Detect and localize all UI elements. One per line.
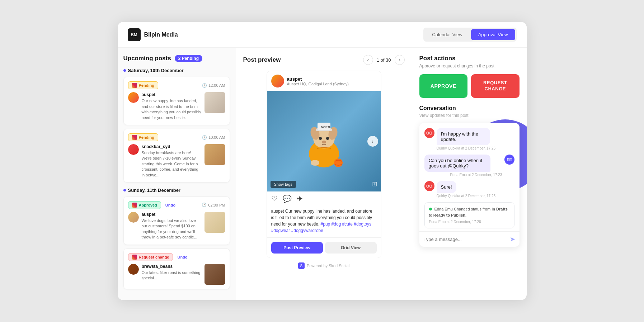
clock-icon: 🕑 [202, 203, 207, 207]
chat-meta: Quirky Quokka at 2 December, 17:25 [437, 194, 496, 198]
dog-illustration: NORTH [299, 113, 349, 170]
prev-page-button[interactable]: ‹ [363, 55, 373, 65]
post-actions-row: ♡ 💬 ✈ [267, 191, 381, 206]
powered-by: S Powered by Sked Social [243, 262, 405, 269]
date-dot [123, 189, 126, 191]
chat-bubble: Sure! [437, 181, 456, 193]
post-thumbnail [205, 92, 225, 113]
svg-point-10 [311, 160, 319, 166]
post-avatar [128, 144, 139, 155]
svg-point-11 [334, 158, 343, 167]
post-avatar [128, 264, 139, 275]
preview-title: Post preview [243, 56, 281, 63]
view-toggle: Calendar View Approval View [423, 28, 516, 42]
action-buttons: APPROVE REQUEST CHANGE [419, 74, 520, 98]
preview-username: auspet [287, 76, 349, 82]
message-content: Can you be online when it goes out @Quir… [424, 155, 502, 177]
next-page-button[interactable]: › [395, 55, 405, 65]
comment-icon[interactable]: 💬 [283, 194, 292, 203]
status-tag-pending: Pending [128, 81, 158, 89]
send-icon[interactable]: ➤ [510, 235, 515, 243]
clock-icon: 🕙 [202, 135, 207, 140]
chat-message: QQ I'm happy with the update. Quirky Quo… [424, 128, 514, 150]
conversation-title: Conversation [419, 105, 520, 112]
post-text: Our new puppy line has landed, and our s… [142, 98, 202, 120]
tab-grid-view[interactable]: Grid View [325, 242, 377, 254]
request-change-button[interactable]: REQUEST CHANGE [471, 74, 520, 98]
actions-subtitle: Approve or request changes in the post. [419, 63, 520, 68]
post-card[interactable]: Pending 🕙 10:00 AM snackbar_syd Sunday b… [123, 129, 230, 183]
svg-point-7 [319, 137, 322, 140]
brand-name: Bilpin Media [144, 32, 178, 38]
preview-tabs: Post Preview Grid View [267, 237, 381, 258]
preview-image-wrap: NORTH [267, 91, 381, 191]
message-with-avatar: QQ Sure! Quirky Quokka at 2 December, 17… [424, 181, 514, 198]
post-avatar [128, 212, 139, 223]
post-thumbnail [205, 212, 225, 233]
panel-title: Upcoming posts [123, 55, 171, 62]
status-tag-approved: Approved [128, 201, 161, 209]
like-icon[interactable]: ♡ [271, 194, 278, 203]
preview-header: Post preview ‹ 1 of 30 › [243, 55, 405, 65]
actions-title: Post actions [419, 55, 520, 62]
post-username: auspet [142, 212, 202, 217]
preview-image-bg: NORTH [267, 91, 381, 191]
show-tags-button[interactable]: Show tags [271, 181, 296, 188]
conversation-subtitle: View updates for this post. [419, 113, 520, 118]
pagination: ‹ 1 of 30 › [363, 55, 405, 65]
status-to-label: to [429, 213, 433, 217]
post-content: auspet Our new puppy line has landed, an… [142, 92, 202, 120]
grid-icon: ⊞ [372, 180, 377, 188]
post-text: We love dogs, but we also love our custo… [142, 218, 202, 240]
tab-post-preview[interactable]: Post Preview [271, 242, 323, 254]
approval-view-button[interactable]: Approval View [471, 29, 515, 40]
status-dot [429, 208, 432, 210]
chat-input[interactable] [424, 237, 507, 242]
post-card-body: auspet We love dogs, but we also love ou… [128, 212, 225, 240]
post-card[interactable]: Request change Undo brewsta_beans Our la… [123, 248, 230, 289]
header: BM Bilpin Media Calendar View Approval V… [118, 22, 527, 48]
undo-button[interactable]: Undo [165, 203, 175, 207]
message-with-avatar: QQ I'm happy with the update. Quirky Quo… [424, 128, 514, 150]
post-card[interactable]: Approved Undo 🕑 02:00 PM auspet [123, 196, 230, 245]
chat-messages: QQ I'm happy with the update. Quirky Quo… [419, 123, 520, 228]
post-text: Our latest filter roast is something spe… [142, 270, 202, 281]
instagram-icon [132, 135, 137, 140]
post-card[interactable]: Pending 🕛 12:00 AM auspet Our new puppy … [123, 77, 230, 125]
message-content: I'm happy with the update. Quirky Quokka… [437, 128, 499, 150]
chat-message: QQ Sure! Quirky Quokka at 2 December, 17… [424, 181, 514, 198]
status-change-message: Edna Emu Changed status from In Drafts t… [424, 202, 514, 228]
avatar-qq: QQ [424, 181, 434, 191]
post-caption: auspet Our new puppy line has landed, an… [267, 206, 381, 237]
preview-location: Auspet HQ, Gadigal Land (Sydney) [287, 82, 349, 86]
post-content: snackbar_syd Sunday breakfasts are here!… [142, 144, 202, 178]
share-icon[interactable]: ✈ [297, 194, 303, 203]
calendar-view-button[interactable]: Calendar View [425, 29, 469, 40]
post-thumbnail [205, 264, 225, 285]
date-section-sunday: Sunday, 11th December [123, 188, 230, 193]
next-image-button[interactable]: › [367, 136, 378, 147]
chat-bubble: I'm happy with the update. [437, 128, 490, 145]
preview-avatar [271, 75, 284, 87]
message-content: Sure! Quirky Quokka at 2 December, 17:25 [437, 181, 496, 198]
svg-point-8 [326, 137, 329, 140]
page-current: 1 [377, 57, 379, 63]
date-dot [123, 69, 126, 72]
status-change-meta: Edna Emu at 2 December, 17:26 [429, 219, 510, 224]
chat-meta: Edna Emu at 2 December, 17:23 [424, 173, 502, 177]
status-tag-request-change: Request change [128, 253, 173, 261]
date-label-sunday: Sunday, 11th December [123, 188, 230, 193]
status-to: Ready to Publish. [433, 213, 466, 217]
post-content: auspet We love dogs, but we also love ou… [142, 212, 202, 240]
panel-header: Upcoming posts 2 Pending [123, 55, 230, 62]
post-avatar [128, 92, 139, 103]
chat-input-row: ➤ [419, 231, 520, 247]
instagram-icon [132, 203, 137, 208]
left-panel: Upcoming posts 2 Pending Saturday, 10th … [118, 48, 236, 300]
svg-point-9 [322, 141, 326, 143]
approve-button[interactable]: APPROVE [419, 74, 468, 98]
instagram-icon [132, 83, 137, 88]
post-content: brewsta_beans Our latest filter roast is… [142, 264, 202, 281]
undo-button[interactable]: Undo [177, 255, 187, 259]
post-preview-card: auspet Auspet HQ, Gadigal Land (Sydney) [267, 71, 381, 258]
